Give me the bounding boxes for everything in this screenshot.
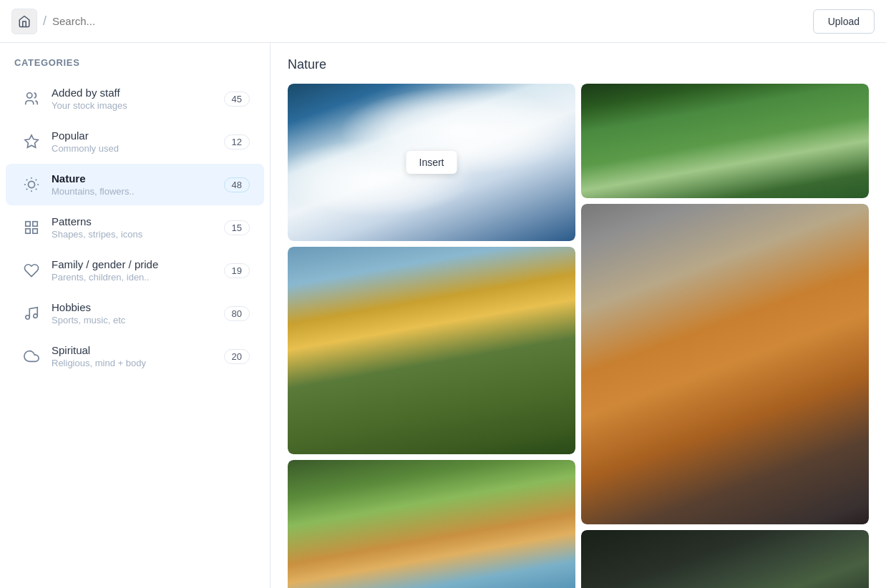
sidebar-item-spiritual[interactable]: Spiritual Religious, mind + body 20 xyxy=(6,335,264,377)
heart-icon xyxy=(20,259,43,282)
sidebar-item-popular-title: Popular xyxy=(52,129,224,142)
search-input[interactable] xyxy=(52,15,813,27)
sidebar-item-family-subtitle: Parents, children, iden.. xyxy=(52,272,224,283)
sidebar-item-nature[interactable]: Nature Mountains, flowers.. 48 xyxy=(6,164,264,205)
main-layout: Categories Added by staff Your stock ima… xyxy=(0,43,886,588)
staff-icon xyxy=(20,87,43,110)
cloud-icon xyxy=(20,345,43,368)
image-fox[interactable] xyxy=(581,204,869,524)
image-column-left: Insert xyxy=(288,84,575,588)
image-valley[interactable] xyxy=(288,460,575,588)
image-clouds[interactable]: Insert xyxy=(288,84,575,241)
sidebar-item-hobbies[interactable]: Hobbies Sports, music, etc 80 xyxy=(6,293,264,334)
sidebar-item-patterns-title: Patterns xyxy=(52,215,224,227)
svg-point-16 xyxy=(34,314,38,318)
svg-line-6 xyxy=(36,189,36,190)
upload-button[interactable]: Upload xyxy=(813,9,875,34)
sidebar-item-family-title: Family / gender / pride xyxy=(52,258,224,270)
svg-line-10 xyxy=(36,180,36,180)
sidebar-item-hobbies-subtitle: Sports, music, etc xyxy=(52,315,224,325)
sidebar-item-patterns[interactable]: Patterns Shapes, stripes, icons 15 xyxy=(6,207,264,248)
sidebar-item-nature-title: Nature xyxy=(52,172,224,185)
header: / Upload xyxy=(0,0,886,43)
home-icon xyxy=(18,15,31,28)
sidebar-item-hobbies-title: Hobbies xyxy=(52,301,224,313)
sidebar-item-added-by-staff-count: 45 xyxy=(224,92,250,107)
image-waterfall[interactable] xyxy=(581,84,869,198)
breadcrumb-separator: / xyxy=(43,14,47,29)
sidebar-item-popular-subtitle: Commonly used xyxy=(52,143,224,154)
sidebar-item-spiritual-subtitle: Religious, mind + body xyxy=(52,358,224,368)
image-grid: Insert xyxy=(288,84,869,588)
svg-point-15 xyxy=(26,315,30,320)
image-highlands[interactable] xyxy=(288,247,575,454)
sidebar-item-patterns-subtitle: Shapes, stripes, icons xyxy=(52,229,224,240)
sidebar-item-patterns-count: 15 xyxy=(224,220,250,235)
content-area: Nature Insert xyxy=(271,43,886,588)
sidebar-item-family-count: 19 xyxy=(224,263,250,278)
svg-rect-14 xyxy=(33,229,37,233)
sidebar-title: Categories xyxy=(0,57,270,77)
svg-marker-1 xyxy=(25,135,38,147)
sidebar-item-popular-count: 12 xyxy=(224,134,250,150)
sidebar-item-nature-subtitle: Mountains, flowers.. xyxy=(52,186,224,197)
sidebar-item-nature-count: 48 xyxy=(224,177,250,192)
sidebar-item-spiritual-count: 20 xyxy=(224,349,250,364)
page-title: Nature xyxy=(288,57,869,72)
svg-rect-13 xyxy=(26,229,30,233)
sidebar-item-added-by-staff[interactable]: Added by staff Your stock images 45 xyxy=(6,78,264,119)
svg-rect-12 xyxy=(33,222,37,226)
sidebar: Categories Added by staff Your stock ima… xyxy=(0,43,271,588)
svg-line-5 xyxy=(26,180,27,180)
patterns-icon xyxy=(20,216,43,239)
image-column-right xyxy=(581,84,869,588)
sidebar-item-family[interactable]: Family / gender / pride Parents, childre… xyxy=(6,250,264,291)
sidebar-item-added-by-staff-title: Added by staff xyxy=(52,87,224,99)
sidebar-item-spiritual-title: Spiritual xyxy=(52,344,224,356)
sidebar-item-added-by-staff-subtitle: Your stock images xyxy=(52,100,224,111)
sidebar-item-hobbies-count: 80 xyxy=(224,306,250,321)
sidebar-item-popular[interactable]: Popular Commonly used 12 xyxy=(6,121,264,162)
home-button[interactable] xyxy=(11,9,37,34)
star-icon xyxy=(20,130,43,153)
svg-line-9 xyxy=(26,189,27,190)
image-dark-nature[interactable] xyxy=(581,530,869,588)
nature-icon xyxy=(20,173,43,196)
music-icon xyxy=(20,302,43,325)
svg-rect-11 xyxy=(26,222,30,226)
svg-point-0 xyxy=(27,93,32,98)
svg-point-2 xyxy=(28,181,34,187)
